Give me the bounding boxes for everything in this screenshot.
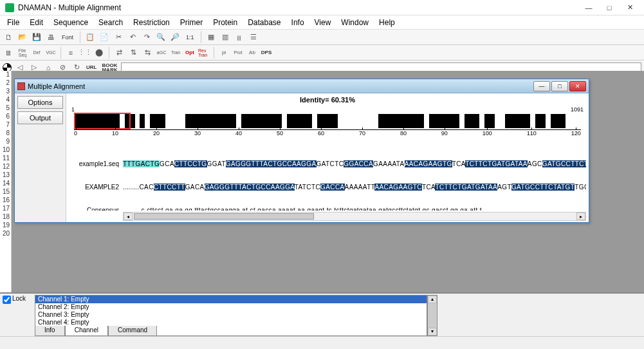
scroll-thumb[interactable] bbox=[134, 213, 314, 220]
overview-plot[interactable]: 1 1091 bbox=[69, 106, 586, 138]
mdi-close-icon[interactable]: ✕ bbox=[569, 81, 586, 91]
range-end: 1091 bbox=[571, 106, 584, 113]
tool-a4-icon[interactable]: aGC bbox=[156, 47, 167, 59]
tab-info[interactable]: Info bbox=[35, 326, 65, 336]
overview-ticks: 0102030405060708090100110120 bbox=[74, 129, 581, 138]
hscrollbar[interactable]: ◂ ▸ bbox=[123, 212, 586, 221]
open-icon[interactable]: 📂 bbox=[17, 32, 28, 43]
mdi-maximize-icon[interactable]: □ bbox=[551, 81, 568, 91]
tab-command[interactable]: Command bbox=[108, 326, 157, 336]
opt-button[interactable]: Opt bbox=[184, 47, 196, 59]
menu-view[interactable]: View bbox=[310, 17, 336, 28]
menubar: File Edit Sequence Search Restriction Pr… bbox=[0, 15, 644, 30]
scroll-right-icon[interactable]: ▸ bbox=[576, 212, 585, 220]
mdi-area: 1234567891011121314151617181920 Multiple… bbox=[0, 71, 644, 292]
new-icon[interactable]: 🗋 bbox=[3, 32, 14, 43]
menu-restriction[interactable]: Restriction bbox=[129, 17, 174, 28]
revtran-button[interactable]: Rev Tran bbox=[198, 47, 210, 59]
save-icon[interactable]: 💾 bbox=[31, 32, 42, 43]
menu-database[interactable]: Database bbox=[243, 17, 285, 28]
channel-row-1[interactable]: Channel 1: Empty bbox=[35, 296, 427, 303]
menu-help[interactable]: Help bbox=[374, 17, 400, 28]
tool-prot-icon[interactable]: Prot bbox=[232, 47, 244, 59]
ratio-button[interactable]: 1:1 bbox=[183, 32, 197, 43]
dps-button[interactable]: DPS bbox=[261, 47, 272, 59]
statusbar bbox=[0, 336, 644, 349]
lock-area: Lock bbox=[0, 294, 35, 336]
app-title: DNAMAN - Multiple Alignment bbox=[18, 3, 121, 12]
tool-pl-icon[interactable]: pl bbox=[218, 47, 230, 59]
tool-color-icon[interactable]: ⬤ bbox=[93, 47, 105, 59]
tool-a3-icon[interactable]: ⇆ bbox=[142, 47, 153, 59]
app-logo-icon bbox=[5, 3, 14, 12]
tool-tran-icon[interactable]: Tran bbox=[170, 47, 181, 59]
alignment-view: Identity= 60.31% 1 1091 bbox=[66, 93, 589, 222]
redo-icon[interactable]: ↷ bbox=[141, 32, 152, 43]
ch-scroll-up-icon[interactable]: ▴ bbox=[428, 296, 437, 303]
mdi-title-text: Multiple Alignment bbox=[28, 82, 85, 90]
tool-vac-icon[interactable]: VGC bbox=[45, 47, 57, 59]
menu-protein[interactable]: Protein bbox=[208, 17, 242, 28]
zoom-icon[interactable]: 🔍 bbox=[155, 32, 167, 43]
lock-checkbox[interactable] bbox=[3, 296, 11, 304]
mdi-titlebar[interactable]: Multiple Alignment — □ ✕ bbox=[15, 79, 589, 93]
chart2-icon[interactable]: ▥ bbox=[219, 32, 231, 43]
mdi-minimize-icon[interactable]: — bbox=[533, 81, 550, 91]
zoomout-icon[interactable]: 🔎 bbox=[169, 32, 181, 43]
toolbar-2: 🗎 FileSeq Def VGC ≡ ⋮⋮ ⬤ ⇄ ⇅ ⇆ aGC Tran … bbox=[0, 45, 644, 61]
overview-bars bbox=[74, 114, 581, 128]
minimize-icon[interactable]: — bbox=[580, 1, 598, 14]
menu-edit[interactable]: Edit bbox=[25, 17, 48, 28]
paste-icon[interactable]: 📄 bbox=[98, 32, 110, 43]
sequence-area[interactable]: example1.seqTTTGACTGGCACTTCCTGGGATGAGGGT… bbox=[69, 145, 586, 211]
lock-label: Lock bbox=[12, 295, 26, 302]
chart1-icon[interactable]: ▦ bbox=[205, 32, 217, 43]
tool-list2-icon[interactable]: ⋮⋮ bbox=[79, 47, 91, 59]
font-button[interactable]: Font bbox=[59, 32, 76, 43]
menu-primer[interactable]: Primer bbox=[176, 17, 207, 28]
seq-data-consensus: ........ c cttcct ga ga gg tttactgccaagg… bbox=[123, 207, 586, 211]
chart3-icon[interactable]: ⫼ bbox=[234, 32, 245, 43]
toolbar-1: 🗋 📂 💾 🖶 Font 📋 📄 ✂ ↶ ↷ 🔍 🔎 1:1 ▦ ▥ ⫼ ☰ bbox=[0, 30, 644, 45]
tab-channel[interactable]: Channel bbox=[65, 326, 108, 336]
tool-ab-icon[interactable]: Ab bbox=[246, 47, 258, 59]
bottom-panel: Lock Channel 1: Empty Channel 2: Empty C… bbox=[0, 292, 644, 336]
print-icon[interactable]: 🖶 bbox=[45, 32, 57, 43]
tool-seq-icon[interactable]: FileSeq bbox=[17, 47, 28, 59]
channel-scrollbar[interactable]: ▴ ▾ bbox=[427, 295, 437, 336]
tool-def-icon[interactable]: Def bbox=[31, 47, 42, 59]
tool-a1-icon[interactable]: ⇄ bbox=[113, 47, 125, 59]
menu-file[interactable]: File bbox=[3, 17, 24, 28]
menu-window[interactable]: Window bbox=[336, 17, 373, 28]
seq-label-2: EXAMPLE2 bbox=[69, 184, 123, 191]
undo-icon[interactable]: ↶ bbox=[127, 32, 138, 43]
tool-file-icon[interactable]: 🗎 bbox=[3, 47, 14, 59]
titlebar: DNAMAN - Multiple Alignment — □ ✕ bbox=[0, 0, 644, 15]
options-button[interactable]: Options bbox=[17, 96, 63, 109]
line-ruler: 1234567891011121314151617181920 bbox=[0, 71, 12, 292]
close-icon[interactable]: ✕ bbox=[621, 1, 639, 14]
menu-search[interactable]: Search bbox=[94, 17, 127, 28]
ch-scroll-down-icon[interactable]: ▾ bbox=[428, 328, 437, 335]
menu-info[interactable]: Info bbox=[287, 17, 309, 28]
seq-data-1: TTTGACTGGCACTTCCTGGGATGAGGGTTTACTGCCAAGG… bbox=[123, 160, 586, 168]
seq-data-2: ........CACCTTCCTTGACAGAGGGTTTACTGCCAAGG… bbox=[123, 184, 586, 191]
chart4-icon[interactable]: ☰ bbox=[248, 32, 259, 43]
cut-icon[interactable]: ✂ bbox=[113, 32, 124, 43]
bottom-tabs: Info Channel Command bbox=[35, 326, 157, 336]
ch-scroll-track[interactable] bbox=[428, 303, 437, 328]
copy-icon[interactable]: 📋 bbox=[84, 32, 96, 43]
maximize-icon[interactable]: □ bbox=[600, 1, 618, 14]
scroll-left-icon[interactable]: ◂ bbox=[124, 212, 133, 220]
menu-sequence[interactable]: Sequence bbox=[49, 17, 93, 28]
alignment-window: Multiple Alignment — □ ✕ Options Output … bbox=[14, 79, 589, 223]
channel-row-2[interactable]: Channel 2: Empty bbox=[35, 303, 427, 311]
identity-label: Identity= 60.31% bbox=[300, 96, 355, 104]
output-button[interactable]: Output bbox=[17, 111, 63, 124]
overview-selection[interactable] bbox=[74, 113, 131, 129]
tool-list1-icon[interactable]: ≡ bbox=[65, 47, 77, 59]
window-buttons: — □ ✕ bbox=[580, 1, 639, 14]
channel-row-3[interactable]: Channel 3: Empty bbox=[35, 311, 427, 319]
tool-a2-icon[interactable]: ⇅ bbox=[127, 47, 139, 59]
seq-label-1: example1.seq bbox=[69, 160, 123, 168]
